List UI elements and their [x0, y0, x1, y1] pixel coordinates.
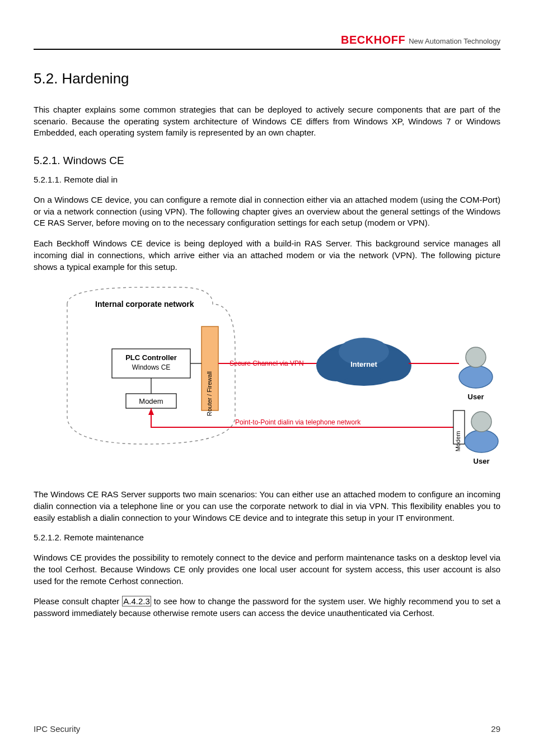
plc-sub-label: Windows CE	[132, 363, 171, 371]
svg-point-16	[471, 412, 491, 432]
remote-dialin-para3: The Windows CE RAS Server supports two m…	[34, 489, 500, 524]
remote-maintenance-para2: Please consult chapter A.4.2.3 to see ho…	[34, 596, 500, 619]
brand-sub-text: New Automation Technology	[409, 37, 500, 45]
page-footer: IPC Security 29	[34, 724, 500, 734]
footer-left: IPC Security	[34, 724, 80, 734]
svg-point-15	[465, 430, 498, 452]
modem-left-label: Modem	[139, 397, 163, 405]
ptp-dialin-label: Point-to-Point dialin via telephone netw…	[235, 418, 361, 426]
modem-right-label: Modem	[455, 431, 461, 452]
para2-pre: Please consult chapter	[34, 596, 122, 606]
user-bottom-icon	[465, 412, 498, 452]
subsubsection-heading-5211: 5.2.1.1. Remote dial in	[34, 175, 500, 184]
subsubsection-heading-5212: 5.2.1.2. Remote maintenance	[34, 533, 500, 542]
corporate-network-label: Internal corporate network	[95, 300, 194, 309]
brand-main-text: BECKHOFF	[341, 34, 405, 46]
remote-maintenance-para1: Windows CE provides the possibility to r…	[34, 552, 500, 587]
user-bottom-label: User	[474, 457, 490, 465]
router-firewall-label: Router / Firewall	[206, 371, 213, 416]
user-top-icon	[459, 347, 493, 388]
user-top-label: User	[468, 393, 484, 401]
network-diagram: Internal corporate network PLC Controlle…	[34, 282, 500, 478]
chapter-link[interactable]: A.4.2.3	[122, 596, 151, 606]
svg-point-12	[466, 347, 486, 367]
footer-right: 29	[491, 724, 500, 734]
remote-dialin-para2: Each Beckhoff Windows CE device is being…	[34, 238, 500, 273]
internet-cloud: Internet	[316, 338, 411, 386]
subsection-heading-521: 5.2.1. Windows CE	[34, 155, 500, 167]
intro-paragraph: This chapter explains some common strate…	[34, 104, 500, 139]
brand-logo: BECKHOFF New Automation Technology	[341, 34, 500, 46]
plc-controller-label: PLC Controller	[125, 353, 177, 362]
internet-label: Internet	[350, 360, 377, 368]
remote-dialin-para1: On a Windows CE device, you can configur…	[34, 194, 500, 229]
page-header: BECKHOFF New Automation Technology	[34, 34, 500, 50]
svg-marker-13	[148, 408, 154, 415]
section-title: 5.2. Hardening	[34, 70, 500, 87]
svg-point-11	[459, 366, 493, 388]
